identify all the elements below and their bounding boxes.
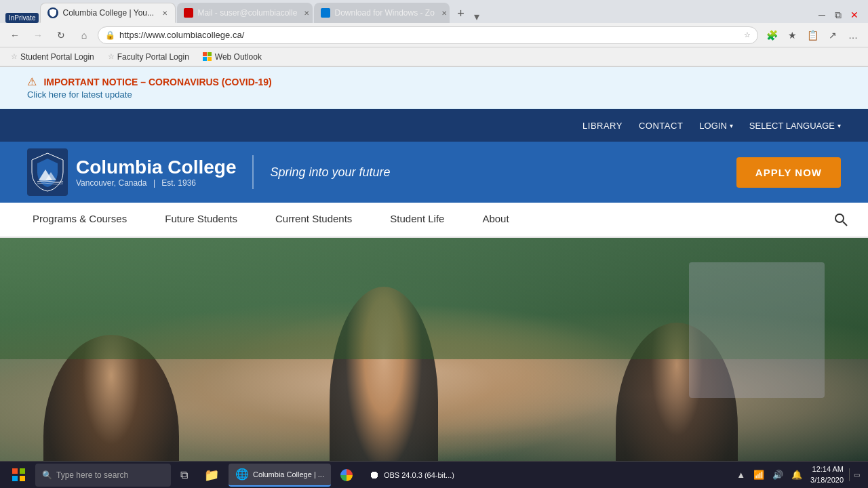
taskbar-obs[interactable]: ⏺ OBS 24.0.3 (64-bit...) [362,464,461,487]
site-header: Columbia College Vancouver, Canada | Est… [0,142,868,203]
bookmarks-bar: ☆ Student Portal Login ☆ Faculty Portal … [0,47,868,66]
tab-mail[interactable]: Mail - suser@columbiacolle ✕ [177,3,313,23]
tab-favicon-1 [47,7,58,18]
show-hidden-icon[interactable]: ▲ [734,467,748,483]
taskbar-chrome[interactable] [334,464,359,487]
bookmark-star-icon: ☆ [11,52,18,61]
tab-favicon-3 [321,8,330,18]
tab-close-3[interactable]: ✕ [441,7,447,18]
notice-title: IMPORTANT NOTICE – CORONAVIRUS (COVID-19… [43,77,271,87]
nav-future-students[interactable]: Future Students [146,202,256,237]
nav-contact[interactable]: CONTACT [639,121,683,131]
lock-icon: 🔒 [105,30,115,40]
college-name: Columbia College [76,157,236,178]
header-tagline: Spring into your future [270,165,390,180]
hero-figures [0,238,868,481]
new-tab-button[interactable]: + [451,4,470,23]
star-icon[interactable]: ☆ [744,30,751,39]
search-icon [834,213,848,226]
volume-icon[interactable]: 🔊 [770,467,786,483]
language-chevron-icon: ▾ [837,122,841,129]
logo-area[interactable]: Columbia College Vancouver, Canada | Est… [27,148,236,196]
restore-button[interactable]: ⧉ [830,7,846,23]
bookmark-label-faculty: Faculty Portal Login [117,52,189,62]
login-chevron-icon: ▾ [730,122,733,129]
home-button[interactable]: ⌂ [75,26,94,45]
taskbar-search-label: Type here to search [56,470,128,480]
main-nav-items: Programs & Courses Future Students Curre… [14,202,827,237]
taskbar-right: ▲ 📶 🔊 🔔 12:14 AM 3/18/2020 ▭ [734,464,863,485]
notice-bar[interactable]: ⚠ IMPORTANT NOTICE – CORONAVIRUS (COVID-… [0,67,868,109]
bookmark-label-outlook: Web Outlook [215,52,262,62]
nav-programs-courses[interactable]: Programs & Courses [14,202,146,237]
nav-login[interactable]: LOGIN ▾ [699,121,732,131]
logo-shield [27,148,68,196]
extensions-button[interactable]: 🧩 [762,26,781,45]
edge-icon: 🌐 [235,468,249,481]
share-button[interactable]: ↗ [823,26,842,45]
inprivate-badge: InPrivate [5,13,39,23]
address-bar-row: ← → ↻ ⌂ 🔒 https://www.columbiacollege.ca… [0,23,868,47]
bookmark-star-icon-2: ☆ [108,52,115,61]
tab-close-2[interactable]: ✕ [304,7,309,18]
settings-button[interactable]: … [844,26,863,45]
taskbar-start-button[interactable] [5,464,33,487]
college-subtitle: Vancouver, Canada | Est. 1936 [76,178,236,188]
collections-button[interactable]: 📋 [803,26,822,45]
forward-button[interactable]: → [28,26,47,45]
svg-line-3 [843,222,847,226]
nav-about[interactable]: About [463,202,528,237]
shield-logo-svg [31,152,64,192]
nav-student-life[interactable]: Student Life [371,202,463,237]
minimize-button[interactable]: ─ [814,7,830,23]
warning-icon: ⚠ [27,76,37,87]
notification-icon[interactable]: 🔔 [789,467,805,483]
tab-favicon-2 [184,8,193,18]
refresh-button[interactable]: ↻ [52,26,71,45]
close-button[interactable]: ✕ [846,7,863,23]
tab-label-2: Mail - suser@columbiacolle [197,8,297,18]
taskbar-explorer[interactable]: 📁 [197,464,226,487]
tab-download[interactable]: Download for Windows - Zo ✕ [314,3,450,23]
tab-bar: InPrivate Columbia College | You... ✕ Ma… [0,0,868,23]
favorites-button[interactable]: ★ [783,26,802,45]
network-icon[interactable]: 📶 [751,467,767,483]
tab-active[interactable]: Columbia College | You... ✕ [40,3,176,23]
top-nav: LIBRARY CONTACT LOGIN ▾ SELECT LANGUAGE … [0,109,868,142]
nav-login-label: LOGIN [699,121,726,131]
taskbar-taskview[interactable]: ⧉ [174,464,195,487]
bookmark-label-student: Student Portal Login [20,52,94,62]
search-button[interactable] [827,206,854,233]
toolbar-icons: 🧩 ★ 📋 ↗ … [762,26,863,45]
chrome-icon [340,469,353,481]
pipe-separator: | [153,178,155,188]
notice-link[interactable]: Click here for latest update [27,89,132,100]
taskbar-clock[interactable]: 12:14 AM 3/18/2020 [810,464,844,485]
taskbar-browser[interactable]: 🌐 Columbia College | ... [229,464,331,487]
nav-current-students[interactable]: Current Students [256,202,371,237]
bookmark-student-portal[interactable]: ☆ Student Portal Login [5,51,100,63]
taskbar-search-button[interactable]: 🔍 Type here to search [35,464,171,487]
bookmark-web-outlook[interactable]: Web Outlook [197,51,267,63]
windows-icon [12,468,26,482]
apply-now-button[interactable]: APPLY NOW [736,157,841,188]
bookmark-faculty-portal[interactable]: ☆ Faculty Portal Login [102,51,195,63]
back-button[interactable]: ← [5,26,24,45]
browser-chrome: InPrivate Columbia College | You... ✕ Ma… [0,0,868,67]
nav-language[interactable]: SELECT LANGUAGE ▾ [749,121,841,131]
show-desktop-button[interactable]: ▭ [849,468,863,481]
nav-library[interactable]: LIBRARY [583,121,623,131]
tab-close-1[interactable]: ✕ [161,7,168,18]
header-divider [252,155,254,189]
taskbar-obs-label: OBS 24.0.3 (64-bit...) [384,471,454,479]
folder-icon: 📁 [204,468,219,483]
svg-point-2 [835,214,844,222]
taskbar: 🔍 Type here to search ⧉ 📁 🌐 Columbia Col… [0,461,868,488]
tab-list-button[interactable]: ▾ [474,10,479,23]
college-location: Vancouver, Canada [76,178,147,188]
hero-section [0,238,868,481]
taskbar-search-icon: 🔍 [42,470,52,480]
main-nav: Programs & Courses Future Students Curre… [0,203,868,238]
tab-label-3: Download for Windows - Zo [334,8,434,18]
address-bar[interactable]: 🔒 https://www.columbiacollege.ca/ ☆ [98,26,758,44]
